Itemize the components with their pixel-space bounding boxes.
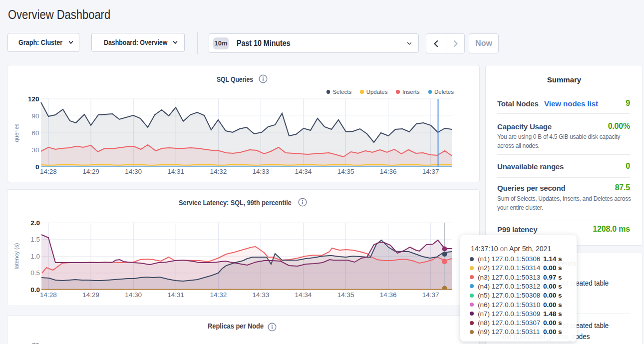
svg-text:1.5: 1.5 [30,236,40,243]
svg-text:14:37: 14:37 [422,291,439,299]
svg-text:14:32: 14:32 [210,168,227,175]
svg-text:14:29: 14:29 [82,168,99,175]
svg-text:14:34: 14:34 [295,291,312,299]
svg-text:14:33: 14:33 [253,168,270,175]
svg-text:14:31: 14:31 [167,291,184,299]
svg-text:14:32: 14:32 [210,291,227,299]
svg-text:120: 120 [28,95,39,103]
svg-text:90: 90 [31,112,39,120]
svg-text:14:37: 14:37 [422,168,439,175]
svg-text:14:34: 14:34 [295,168,312,175]
svg-text:14:29: 14:29 [82,291,99,299]
svg-text:14:35: 14:35 [337,291,354,299]
svg-text:0: 0 [35,163,39,171]
svg-text:14:28: 14:28 [40,291,57,299]
svg-text:2.0: 2.0 [30,219,40,227]
svg-text:14:33: 14:33 [253,291,270,299]
svg-text:queries: queries [13,123,19,142]
svg-text:14:30: 14:30 [125,168,142,175]
svg-text:14:30: 14:30 [125,291,142,299]
svg-text:60: 60 [31,129,39,137]
svg-text:1.0: 1.0 [30,253,40,260]
svg-text:0.5: 0.5 [30,269,40,277]
svg-text:14:36: 14:36 [380,291,397,299]
svg-text:14:35: 14:35 [337,168,354,175]
svg-text:14:36: 14:36 [380,168,397,175]
svg-text:latency (s): latency (s) [13,243,19,269]
svg-text:14:31: 14:31 [167,168,184,175]
svg-text:0.0: 0.0 [30,286,40,294]
svg-text:30: 30 [31,146,39,154]
svg-text:14:28: 14:28 [40,168,57,175]
